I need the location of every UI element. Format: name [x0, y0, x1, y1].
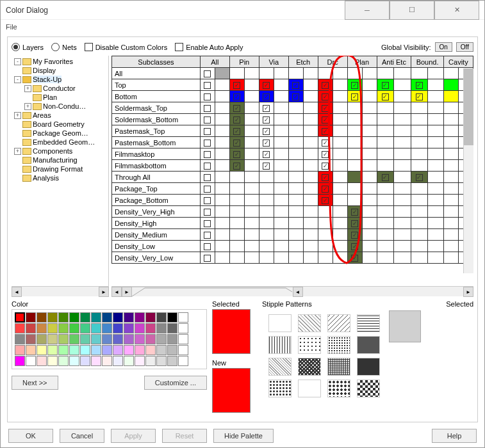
- visibility-checkbox[interactable]: [351, 93, 358, 100]
- row-label[interactable]: Pastemask_Bottom: [112, 137, 201, 148]
- grid-cell[interactable]: [333, 125, 347, 137]
- grid-cell[interactable]: [303, 206, 318, 218]
- stipple-pattern[interactable]: [268, 380, 292, 397]
- palette-swatch[interactable]: [26, 323, 36, 333]
- palette-swatch[interactable]: [47, 323, 58, 333]
- grid-cell[interactable]: [215, 114, 229, 125]
- visibility-checkbox[interactable]: [204, 255, 211, 262]
- grid-cell[interactable]: [200, 79, 215, 91]
- visibility-checkbox[interactable]: [322, 163, 329, 170]
- grid-cell[interactable]: [259, 183, 274, 195]
- palette-swatch[interactable]: [80, 345, 90, 355]
- grid-cell[interactable]: [411, 252, 427, 264]
- grid-cell[interactable]: [259, 137, 274, 148]
- grid-cell[interactable]: [347, 195, 362, 206]
- grid-cell[interactable]: [347, 183, 362, 195]
- stipple-pattern[interactable]: [268, 314, 292, 332]
- grid-cell[interactable]: [200, 68, 215, 79]
- visibility-checkbox[interactable]: [233, 82, 240, 89]
- grid-cell[interactable]: [274, 137, 288, 148]
- palette-swatch[interactable]: [91, 323, 101, 333]
- grid-cell[interactable]: [333, 195, 347, 206]
- gv-on-button[interactable]: On: [435, 42, 452, 52]
- stipple-pattern[interactable]: [268, 358, 292, 376]
- visibility-checkbox[interactable]: [322, 116, 329, 124]
- grid-cell[interactable]: [200, 218, 215, 229]
- visibility-checkbox[interactable]: [204, 163, 211, 170]
- palette-swatch[interactable]: [15, 334, 25, 344]
- tree-node[interactable]: +Areas: [13, 111, 107, 120]
- grid-cell[interactable]: [229, 172, 244, 183]
- grid-cell[interactable]: [229, 229, 244, 241]
- visibility-checkbox[interactable]: [292, 93, 299, 100]
- palette-swatch[interactable]: [91, 312, 101, 323]
- visibility-checkbox[interactable]: [263, 151, 270, 158]
- tree-node[interactable]: +Conductor: [13, 84, 107, 93]
- grid-cell[interactable]: [443, 91, 458, 102]
- visibility-checkbox[interactable]: [263, 140, 270, 147]
- grid-cell[interactable]: [200, 229, 215, 241]
- grid-cell[interactable]: [215, 241, 229, 252]
- grid-cell[interactable]: [303, 172, 318, 183]
- grid-cell[interactable]: [333, 68, 347, 79]
- grid-cell[interactable]: [394, 68, 411, 79]
- grid-cell[interactable]: [377, 206, 394, 218]
- grid-cell[interactable]: [318, 125, 333, 137]
- visibility-checkbox[interactable]: [351, 232, 358, 239]
- grid-cell[interactable]: [443, 241, 458, 252]
- visibility-checkbox[interactable]: [263, 82, 270, 89]
- grid-cell[interactable]: [318, 183, 333, 195]
- grid-cell[interactable]: [229, 148, 244, 160]
- visibility-checkbox[interactable]: [204, 209, 211, 216]
- grid-cell[interactable]: [274, 206, 288, 218]
- grid-cell[interactable]: [427, 79, 443, 91]
- palette-swatch[interactable]: [26, 345, 36, 355]
- grid-cell[interactable]: [244, 125, 259, 137]
- grid-cell[interactable]: [303, 68, 318, 79]
- row-label[interactable]: Density_High: [112, 218, 201, 229]
- grid-cell[interactable]: [333, 91, 347, 102]
- palette-swatch[interactable]: [124, 312, 134, 323]
- palette-swatch[interactable]: [167, 312, 177, 323]
- visibility-checkbox[interactable]: [322, 82, 329, 89]
- visibility-checkbox[interactable]: [322, 128, 329, 135]
- grid-cell[interactable]: [215, 102, 229, 114]
- grid-cell[interactable]: [215, 183, 229, 195]
- grid-cell[interactable]: [411, 68, 427, 79]
- grid-cell[interactable]: [394, 148, 411, 160]
- stipple-pattern[interactable]: [327, 380, 350, 397]
- palette-swatch[interactable]: [102, 323, 112, 333]
- grid-cell[interactable]: [347, 68, 362, 79]
- grid-cell[interactable]: [333, 241, 347, 252]
- grid-cell[interactable]: [215, 68, 229, 79]
- tree-node[interactable]: +Components: [13, 147, 107, 156]
- grid-cell[interactable]: [443, 218, 458, 229]
- grid-cell[interactable]: [318, 160, 333, 172]
- grid-cell[interactable]: [377, 160, 394, 172]
- grid-cell[interactable]: [427, 241, 443, 252]
- visibility-checkbox[interactable]: [204, 220, 211, 227]
- col-header[interactable]: All: [200, 56, 229, 68]
- grid-cell[interactable]: [215, 195, 229, 206]
- stipple-pattern[interactable]: [268, 336, 292, 354]
- visibility-checkbox[interactable]: [322, 151, 329, 158]
- grid-cell[interactable]: [427, 183, 443, 195]
- grid-cell[interactable]: [244, 218, 259, 229]
- grid-cell[interactable]: [333, 114, 347, 125]
- grid-cell[interactable]: [259, 79, 274, 91]
- palette-swatch[interactable]: [113, 323, 123, 333]
- stipple-grid[interactable]: [262, 308, 389, 404]
- grid-cell[interactable]: [244, 160, 259, 172]
- grid-cell[interactable]: [347, 114, 362, 125]
- palette-swatch[interactable]: [102, 312, 112, 323]
- palette-swatch[interactable]: [124, 356, 134, 366]
- grid-cell[interactable]: [288, 172, 303, 183]
- palette-swatch[interactable]: [178, 323, 188, 333]
- grid-cell[interactable]: [274, 172, 288, 183]
- palette-swatch[interactable]: [178, 334, 188, 344]
- row-label[interactable]: Pastemask_Top: [112, 125, 201, 137]
- palette-swatch[interactable]: [178, 345, 188, 355]
- grid-cell[interactable]: [215, 79, 229, 91]
- titlebar[interactable]: Color Dialog ─ ☐ ✕: [1, 1, 484, 20]
- grid-cell[interactable]: [333, 183, 347, 195]
